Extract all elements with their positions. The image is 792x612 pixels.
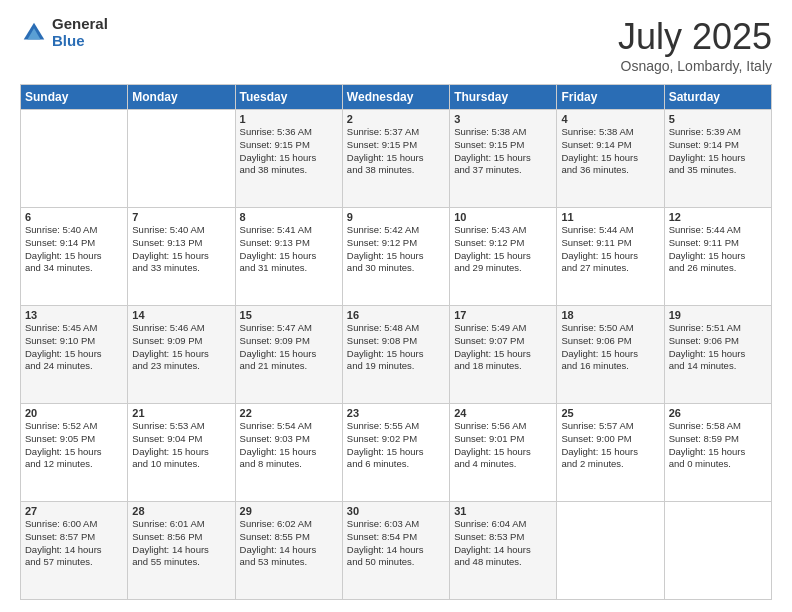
calendar-cell: 27Sunrise: 6:00 AM Sunset: 8:57 PM Dayli…: [21, 502, 128, 600]
calendar-day-header: Monday: [128, 85, 235, 110]
calendar-cell: 28Sunrise: 6:01 AM Sunset: 8:56 PM Dayli…: [128, 502, 235, 600]
day-number: 12: [669, 211, 767, 223]
calendar-cell: 20Sunrise: 5:52 AM Sunset: 9:05 PM Dayli…: [21, 404, 128, 502]
location: Osnago, Lombardy, Italy: [618, 58, 772, 74]
calendar-cell: 12Sunrise: 5:44 AM Sunset: 9:11 PM Dayli…: [664, 208, 771, 306]
calendar-header-row: SundayMondayTuesdayWednesdayThursdayFrid…: [21, 85, 772, 110]
day-info: Sunrise: 5:55 AM Sunset: 9:02 PM Dayligh…: [347, 420, 445, 471]
calendar-cell: 10Sunrise: 5:43 AM Sunset: 9:12 PM Dayli…: [450, 208, 557, 306]
day-number: 9: [347, 211, 445, 223]
day-info: Sunrise: 5:54 AM Sunset: 9:03 PM Dayligh…: [240, 420, 338, 471]
calendar-cell: 16Sunrise: 5:48 AM Sunset: 9:08 PM Dayli…: [342, 306, 449, 404]
calendar-cell: [128, 110, 235, 208]
day-number: 8: [240, 211, 338, 223]
logo-icon: [20, 19, 48, 47]
calendar-cell: 13Sunrise: 5:45 AM Sunset: 9:10 PM Dayli…: [21, 306, 128, 404]
calendar-day-header: Tuesday: [235, 85, 342, 110]
day-number: 1: [240, 113, 338, 125]
calendar-cell: 9Sunrise: 5:42 AM Sunset: 9:12 PM Daylig…: [342, 208, 449, 306]
day-info: Sunrise: 6:02 AM Sunset: 8:55 PM Dayligh…: [240, 518, 338, 569]
day-info: Sunrise: 5:44 AM Sunset: 9:11 PM Dayligh…: [561, 224, 659, 275]
day-number: 4: [561, 113, 659, 125]
day-number: 24: [454, 407, 552, 419]
logo-general-text: General: [52, 16, 108, 33]
calendar-cell: 26Sunrise: 5:58 AM Sunset: 8:59 PM Dayli…: [664, 404, 771, 502]
day-number: 6: [25, 211, 123, 223]
calendar-cell: [21, 110, 128, 208]
day-info: Sunrise: 5:45 AM Sunset: 9:10 PM Dayligh…: [25, 322, 123, 373]
calendar-cell: 23Sunrise: 5:55 AM Sunset: 9:02 PM Dayli…: [342, 404, 449, 502]
day-info: Sunrise: 5:42 AM Sunset: 9:12 PM Dayligh…: [347, 224, 445, 275]
calendar-cell: 30Sunrise: 6:03 AM Sunset: 8:54 PM Dayli…: [342, 502, 449, 600]
day-number: 17: [454, 309, 552, 321]
day-number: 13: [25, 309, 123, 321]
day-number: 31: [454, 505, 552, 517]
calendar-cell: 18Sunrise: 5:50 AM Sunset: 9:06 PM Dayli…: [557, 306, 664, 404]
day-info: Sunrise: 5:56 AM Sunset: 9:01 PM Dayligh…: [454, 420, 552, 471]
calendar-cell: 29Sunrise: 6:02 AM Sunset: 8:55 PM Dayli…: [235, 502, 342, 600]
calendar-cell: 21Sunrise: 5:53 AM Sunset: 9:04 PM Dayli…: [128, 404, 235, 502]
day-number: 18: [561, 309, 659, 321]
calendar-day-header: Saturday: [664, 85, 771, 110]
calendar-cell: 19Sunrise: 5:51 AM Sunset: 9:06 PM Dayli…: [664, 306, 771, 404]
page: General Blue July 2025 Osnago, Lombardy,…: [0, 0, 792, 612]
day-number: 11: [561, 211, 659, 223]
day-info: Sunrise: 5:41 AM Sunset: 9:13 PM Dayligh…: [240, 224, 338, 275]
day-info: Sunrise: 6:01 AM Sunset: 8:56 PM Dayligh…: [132, 518, 230, 569]
day-info: Sunrise: 5:36 AM Sunset: 9:15 PM Dayligh…: [240, 126, 338, 177]
day-info: Sunrise: 5:43 AM Sunset: 9:12 PM Dayligh…: [454, 224, 552, 275]
month-title: July 2025: [618, 16, 772, 58]
day-info: Sunrise: 5:58 AM Sunset: 8:59 PM Dayligh…: [669, 420, 767, 471]
calendar-week-row: 27Sunrise: 6:00 AM Sunset: 8:57 PM Dayli…: [21, 502, 772, 600]
calendar-week-row: 20Sunrise: 5:52 AM Sunset: 9:05 PM Dayli…: [21, 404, 772, 502]
calendar-cell: 1Sunrise: 5:36 AM Sunset: 9:15 PM Daylig…: [235, 110, 342, 208]
day-number: 3: [454, 113, 552, 125]
day-number: 10: [454, 211, 552, 223]
day-number: 2: [347, 113, 445, 125]
calendar-week-row: 1Sunrise: 5:36 AM Sunset: 9:15 PM Daylig…: [21, 110, 772, 208]
day-info: Sunrise: 5:40 AM Sunset: 9:13 PM Dayligh…: [132, 224, 230, 275]
day-info: Sunrise: 5:52 AM Sunset: 9:05 PM Dayligh…: [25, 420, 123, 471]
calendar-cell: 24Sunrise: 5:56 AM Sunset: 9:01 PM Dayli…: [450, 404, 557, 502]
day-info: Sunrise: 5:38 AM Sunset: 9:15 PM Dayligh…: [454, 126, 552, 177]
logo-blue-text: Blue: [52, 33, 108, 50]
day-number: 26: [669, 407, 767, 419]
day-info: Sunrise: 5:49 AM Sunset: 9:07 PM Dayligh…: [454, 322, 552, 373]
day-info: Sunrise: 5:51 AM Sunset: 9:06 PM Dayligh…: [669, 322, 767, 373]
day-info: Sunrise: 5:48 AM Sunset: 9:08 PM Dayligh…: [347, 322, 445, 373]
day-info: Sunrise: 5:50 AM Sunset: 9:06 PM Dayligh…: [561, 322, 659, 373]
day-info: Sunrise: 5:44 AM Sunset: 9:11 PM Dayligh…: [669, 224, 767, 275]
calendar-week-row: 6Sunrise: 5:40 AM Sunset: 9:14 PM Daylig…: [21, 208, 772, 306]
day-info: Sunrise: 5:57 AM Sunset: 9:00 PM Dayligh…: [561, 420, 659, 471]
title-block: July 2025 Osnago, Lombardy, Italy: [618, 16, 772, 74]
calendar-cell: 7Sunrise: 5:40 AM Sunset: 9:13 PM Daylig…: [128, 208, 235, 306]
day-number: 27: [25, 505, 123, 517]
day-info: Sunrise: 6:04 AM Sunset: 8:53 PM Dayligh…: [454, 518, 552, 569]
calendar-table: SundayMondayTuesdayWednesdayThursdayFrid…: [20, 84, 772, 600]
calendar-cell: 2Sunrise: 5:37 AM Sunset: 9:15 PM Daylig…: [342, 110, 449, 208]
day-number: 20: [25, 407, 123, 419]
calendar-cell: 5Sunrise: 5:39 AM Sunset: 9:14 PM Daylig…: [664, 110, 771, 208]
day-number: 29: [240, 505, 338, 517]
day-number: 19: [669, 309, 767, 321]
day-info: Sunrise: 5:47 AM Sunset: 9:09 PM Dayligh…: [240, 322, 338, 373]
day-number: 25: [561, 407, 659, 419]
day-info: Sunrise: 5:53 AM Sunset: 9:04 PM Dayligh…: [132, 420, 230, 471]
calendar-day-header: Friday: [557, 85, 664, 110]
day-info: Sunrise: 5:37 AM Sunset: 9:15 PM Dayligh…: [347, 126, 445, 177]
calendar-week-row: 13Sunrise: 5:45 AM Sunset: 9:10 PM Dayli…: [21, 306, 772, 404]
day-info: Sunrise: 5:46 AM Sunset: 9:09 PM Dayligh…: [132, 322, 230, 373]
day-number: 21: [132, 407, 230, 419]
day-info: Sunrise: 6:00 AM Sunset: 8:57 PM Dayligh…: [25, 518, 123, 569]
calendar-cell: 6Sunrise: 5:40 AM Sunset: 9:14 PM Daylig…: [21, 208, 128, 306]
calendar-cell: 15Sunrise: 5:47 AM Sunset: 9:09 PM Dayli…: [235, 306, 342, 404]
logo-text: General Blue: [52, 16, 108, 49]
day-number: 28: [132, 505, 230, 517]
day-number: 23: [347, 407, 445, 419]
day-number: 16: [347, 309, 445, 321]
day-number: 30: [347, 505, 445, 517]
day-info: Sunrise: 5:39 AM Sunset: 9:14 PM Dayligh…: [669, 126, 767, 177]
calendar-cell: 11Sunrise: 5:44 AM Sunset: 9:11 PM Dayli…: [557, 208, 664, 306]
calendar-day-header: Sunday: [21, 85, 128, 110]
calendar-cell: 31Sunrise: 6:04 AM Sunset: 8:53 PM Dayli…: [450, 502, 557, 600]
